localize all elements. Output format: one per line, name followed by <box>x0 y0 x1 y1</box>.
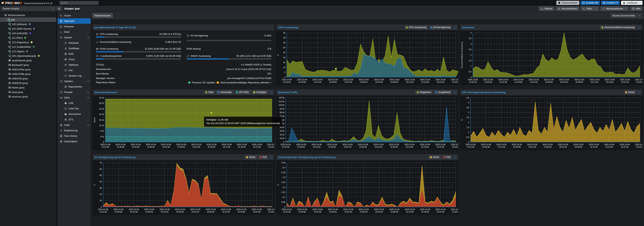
documentation-button[interactable]: Dokumentation <box>556 1 579 5</box>
package-versions-button[interactable]: Paketversionen <box>92 13 113 18</box>
legend-item-verf-gbar[interactable]: Verfügbar <box>252 90 268 94</box>
menu-item-zfs[interactable]: ZFS <box>58 117 91 122</box>
search-input[interactable] <box>59 1 99 5</box>
legend-item-some[interactable]: Some <box>244 155 257 159</box>
tree-item-101-dns-server[interactable]: 101 (DNS-Server) <box>0 26 56 31</box>
svg-text:15:06:00: 15:06:00 <box>390 211 398 213</box>
legend-item-ausgehend[interactable]: Ausgehend <box>434 90 452 94</box>
collapse-icon[interactable] <box>454 156 456 159</box>
repo-details-chevron-icon[interactable]: › <box>270 81 271 84</box>
menu-item-dns[interactable]: DNS <box>58 51 91 57</box>
create-vm-button[interactable]: Erstelle VM <box>580 1 600 5</box>
network-traffic-chart[interactable]: 120 M110 M100 M90 M80 M70 M60 M50 M40 M3… <box>276 95 458 150</box>
menu-item-repositories[interactable]: Repositories <box>58 84 91 89</box>
collapse-icon[interactable] <box>638 26 640 29</box>
shell-button[interactable]: Shell <box>580 7 599 11</box>
swap-bar <box>187 58 271 60</box>
tree-item-nvme-pve[interactable]: Nvme (pve) <box>0 85 56 90</box>
legend-item-some[interactable]: Some <box>624 90 636 94</box>
menu-item-updates[interactable]: Updates <box>58 78 91 84</box>
menu-item-hinweise[interactable]: Hinweise <box>58 24 91 29</box>
collapse-icon[interactable] <box>270 156 272 159</box>
menu-item-subskription[interactable]: Subskription <box>58 139 91 144</box>
svg-text:14:56:00: 14:56:00 <box>544 146 552 148</box>
menu-item-verzeichnis[interactable]: Verzeichnis <box>58 111 91 117</box>
tree-item-hdd4tb-pve[interactable]: HDD4TB (pve) <box>0 76 56 81</box>
menu-item-lvm-thin[interactable]: LVM-Thin <box>58 106 91 111</box>
tree-item-localnetwork-pve[interactable]: localnetwork (pve) <box>0 58 56 63</box>
menu-item-netzwerk[interactable]: Netzwerk <box>58 40 91 46</box>
legend-item-cpu-auslastung[interactable]: CPU-Auslastung <box>404 25 428 30</box>
tree-item-121-calibreweb[interactable]: 121 (CalibreWeb) <box>0 45 56 49</box>
menu-item-shell[interactable]: Shell <box>58 29 91 35</box>
tree-item-node-pve[interactable]: pve <box>0 17 56 22</box>
menu-item-system-log[interactable]: System Log <box>58 73 91 78</box>
tree-item-datacenter[interactable]: Rechenzentrum <box>0 13 56 17</box>
menu-item-system[interactable]: System <box>58 35 91 40</box>
tree-item-100-iobroker[interactable]: 100 (ioBroker) <box>0 22 56 26</box>
legend-item-eingehend[interactable]: Eingehend <box>415 90 433 94</box>
memory-pressure-chart[interactable]: 0,450,40,350,30,250,20,150,10,0502025-10… <box>276 160 458 215</box>
cpu-pressure-chart[interactable]: 4,543,532,521,510,502025-10-0914:31:0020… <box>460 95 642 150</box>
menu-item-bersicht[interactable]: Übersicht <box>58 18 91 24</box>
help-button[interactable]: ?Hilfe <box>630 7 642 11</box>
legend-item-full[interactable]: Full <box>442 155 452 159</box>
menu-item-lvm[interactable]: LVM <box>58 100 91 106</box>
svg-text:15:16:00: 15:16:00 <box>238 146 246 148</box>
legend-item-zfs-arc[interactable]: ZFS ARC <box>234 90 251 94</box>
create-ct-button[interactable]: Erstelle CT <box>601 1 620 5</box>
arrows-icon <box>64 42 67 44</box>
collapse-icon[interactable] <box>638 91 640 94</box>
menu-item-hosts[interactable]: Hosts <box>58 57 91 62</box>
tree-item-local-lvm-pve[interactable]: local-lvm (pve) <box>0 94 56 99</box>
swap-icon <box>187 55 189 57</box>
tree-item-122-nginx[interactable]: 122 (Nginx) <box>0 49 56 54</box>
collapse-icon[interactable] <box>270 91 272 94</box>
io-pressure-chart[interactable]: 7060504030201002025-10-0914:31:002025-10… <box>92 160 274 215</box>
menu-item-ceph[interactable]: Ceph <box>58 122 91 128</box>
tree-item-local-pve[interactable]: local (pve) <box>0 90 56 94</box>
menu-item-firewall[interactable]: Firewall <box>58 89 91 95</box>
user-menu-button[interactable]: root@pam <box>621 1 642 5</box>
tree-item-hdd10tba-pve[interactable]: HDD10TBa (pve) <box>0 67 56 72</box>
legend-label: Verfügbar <box>256 91 266 93</box>
legend-item-verwendet[interactable]: Verwendet <box>216 90 234 94</box>
tree-item-111-plex[interactable]: 111 (Plex) <box>0 36 56 40</box>
menu-item-task-history[interactable]: Task History <box>58 133 91 139</box>
shutdown-button[interactable]: Herunterfahren <box>556 7 579 11</box>
timeframe-select[interactable]: Stunde (Durchschnitt) <box>610 13 642 18</box>
svg-text:4: 4 <box>470 32 472 34</box>
legend-item-total[interactable]: Total <box>204 90 215 94</box>
menu-item-optionen[interactable]: Optionen <box>58 62 91 68</box>
svg-text:2025-10-09: 2025-10-09 <box>590 78 600 81</box>
tree-item-103-influxdb[interactable]: 103 (InfluxDB) <box>0 31 56 36</box>
tree-item-hdd6tb-pve[interactable]: HDD6TB (pve) <box>0 81 56 85</box>
legend-item-full[interactable]: Full <box>258 155 268 159</box>
legend-item-durchschnittliche-auslastung[interactable]: Durchschnittliche Auslastung <box>600 25 636 30</box>
reboot-button[interactable]: Reboot <box>539 7 554 11</box>
tree-item-115-paperless[interactable]: 115 (Paperless) <box>0 40 56 45</box>
cpu-usage-chart[interactable]: 4540353025201510502025-10-0914:31:002025… <box>276 31 458 85</box>
svg-text:14:51:00: 14:51:00 <box>162 146 170 148</box>
tree-item-backup25-pve[interactable]: Backup25 (pve) <box>0 63 56 67</box>
collapse-icon[interactable] <box>454 26 456 29</box>
menu-item-replizierung[interactable]: Replizierung <box>58 128 91 133</box>
collapse-icon[interactable] <box>454 91 456 94</box>
svg-text:2025-10-09: 2025-10-09 <box>635 78 642 81</box>
netgrid-icon <box>8 59 11 62</box>
menu-item-disks[interactable]: Disks <box>58 95 91 100</box>
view-select[interactable]: Server-Ansicht <box>1 7 56 11</box>
menu-item-zeit[interactable]: Zeit <box>58 68 91 73</box>
legend-color-dot <box>430 156 432 158</box>
view-settings-button[interactable] <box>57 7 62 11</box>
tree-item-202-openmediavault[interactable]: 202 (Openmediavault) <box>0 54 56 58</box>
legend-item-some[interactable]: Some <box>428 155 441 159</box>
bulk-actions-button[interactable]: Massenaktionen <box>600 7 628 11</box>
svg-text:3: 3 <box>468 111 469 114</box>
menu-item-zertifikate[interactable]: Zertifikate <box>58 46 91 51</box>
server-load-chart[interactable]: 43,532,521,510,502025-10-0914:31:002025-… <box>460 31 642 85</box>
legend-item-io-verz-gerung[interactable]: IO-Verzögerung <box>429 25 452 30</box>
tree-item-hdd10tbb-pve[interactable]: HDD10TBb (pve) <box>0 72 56 76</box>
menu-item-suche[interactable]: Suche <box>58 13 91 18</box>
svg-text:15:16:00: 15:16:00 <box>238 211 245 213</box>
